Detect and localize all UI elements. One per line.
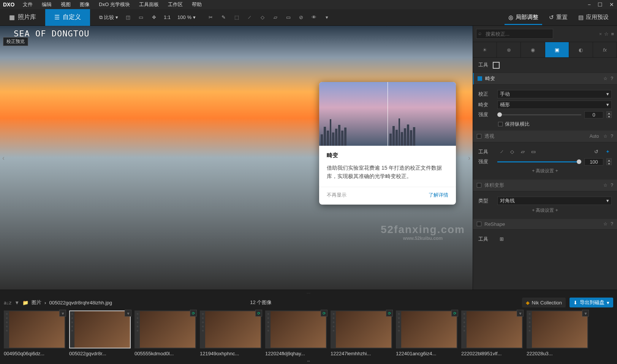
thumbnail-strip[interactable]: ★★★★★▿004950q06qi6dz...★★★★★▿005022gqvdr… xyxy=(0,309,617,358)
menu-workspace[interactable]: 工作区 xyxy=(164,0,187,9)
rtab-local[interactable]: ◐ xyxy=(569,42,593,57)
help-icon[interactable]: ? xyxy=(611,183,613,188)
search-input[interactable] xyxy=(476,29,553,39)
menu-image[interactable]: 图像 xyxy=(76,0,93,9)
eyedropper-icon[interactable]: ✎ xyxy=(218,11,230,24)
thumbnail[interactable]: ★★★★★▿222028u3... xyxy=(527,310,588,357)
intensity-value[interactable]: 0 xyxy=(584,111,603,118)
volume-toggle[interactable] xyxy=(477,183,481,188)
rtab-fx[interactable]: fx xyxy=(593,42,617,57)
star-icon[interactable]: ☆ xyxy=(603,76,608,81)
star-icon[interactable]: ☆ xyxy=(603,221,608,227)
persp-intensity-slider[interactable] xyxy=(497,161,581,162)
step-up-icon[interactable]: ▴ xyxy=(606,111,612,115)
menu-view[interactable]: 视图 xyxy=(57,0,74,9)
reset-button[interactable]: ↺ 重置 xyxy=(545,12,571,22)
thumbnail[interactable]: ★★★★★▿222022bl8951vlf... xyxy=(461,310,523,357)
fit-icon[interactable]: ▭ xyxy=(135,11,147,24)
rtab-light[interactable]: ☀ xyxy=(473,42,497,57)
export-button[interactable]: ⬇ 导出到磁盘 ▾ xyxy=(570,298,613,307)
local-adjustments-button[interactable]: ◎ 局部调整 xyxy=(505,9,542,25)
correction-select[interactable]: 手动▾ xyxy=(497,90,612,98)
volume-type-select[interactable]: 对角线▾ xyxy=(497,197,612,205)
persp-reset-icon[interactable]: ↺ xyxy=(592,148,600,156)
window-maximize-icon[interactable]: ☐ xyxy=(598,2,603,8)
volume-advanced[interactable]: + 高级设置 + xyxy=(478,207,612,214)
menu-icon[interactable]: ≡ xyxy=(611,31,614,37)
zoom-dropdown[interactable]: 100 % ▾ xyxy=(174,11,199,24)
reshape-grid-icon[interactable]: ⊞ xyxy=(497,235,506,243)
tooltip-learn-more[interactable]: 了解详情 xyxy=(429,192,448,199)
panel-perspective-header[interactable]: 透视 Auto ☆? xyxy=(473,131,617,142)
tab-library[interactable]: ▦ 照片库 xyxy=(0,9,45,26)
apply-preset-button[interactable]: ▤ 应用预设 xyxy=(574,12,612,22)
step-down-icon[interactable]: ▾ xyxy=(606,162,612,165)
move-icon[interactable]: ✥ xyxy=(148,11,160,24)
thumbnail[interactable]: ★★★★★⟳121949oxhphnc... xyxy=(200,310,261,357)
thumbnail[interactable]: ★★★★★▿005022gqvdr8r... xyxy=(69,310,131,357)
crop-tool-icon[interactable]: ✂ xyxy=(205,11,217,24)
zoom-11-button[interactable]: 1:1 xyxy=(161,11,174,24)
repair-icon[interactable]: ⊘ xyxy=(295,11,307,24)
rtab-color[interactable]: ⊗ xyxy=(497,42,521,57)
clear-search-icon[interactable]: × xyxy=(599,31,602,37)
persp-auto-icon[interactable]: ✦ xyxy=(603,148,612,156)
persp-tool-2[interactable]: ◇ xyxy=(508,148,516,156)
help-icon[interactable]: ? xyxy=(611,134,613,139)
perspective-1-icon[interactable]: ⟋ xyxy=(244,11,256,24)
rtab-geometry[interactable]: ▣ xyxy=(545,42,569,57)
help-icon[interactable]: ? xyxy=(611,221,613,227)
panel-distortion-header[interactable]: 畸变 ☆? xyxy=(473,73,617,85)
filmstrip-scrollbar[interactable]: •• xyxy=(0,358,617,364)
nik-collection-button[interactable]: ◆ Nik Collection xyxy=(522,298,566,307)
sort-icon[interactable]: a↓z xyxy=(4,300,11,306)
menu-file[interactable]: 文件 xyxy=(19,0,36,9)
window-minimize-icon[interactable]: − xyxy=(588,2,591,8)
help-icon[interactable]: ? xyxy=(611,76,613,81)
prev-image-button[interactable]: ‹ xyxy=(1,152,6,163)
next-image-button[interactable]: › xyxy=(467,152,472,163)
tooltip-dont-show[interactable]: 不再显示 xyxy=(327,192,346,199)
horizon-icon[interactable]: ⬚ xyxy=(231,11,243,24)
persp-intensity-value[interactable]: 100 xyxy=(584,158,603,165)
menu-help[interactable]: 帮助 xyxy=(188,0,206,9)
thumbnail[interactable]: ★★★★★⟳122247lemhhzhi... xyxy=(331,310,392,357)
thumbnail[interactable]: ★★★★★⟳005555kdmod0l... xyxy=(134,310,196,357)
perspective-2-icon[interactable]: ◇ xyxy=(256,11,269,24)
eye-icon[interactable]: 👁 xyxy=(308,11,320,24)
step-up-icon[interactable]: ▴ xyxy=(606,158,612,162)
persp-tool-4[interactable]: ▭ xyxy=(529,148,538,156)
reshape-toggle[interactable] xyxy=(477,222,481,226)
thumbnail[interactable]: ★★★★★▿004950q06qi6dz... xyxy=(4,310,65,357)
perspective-toggle[interactable] xyxy=(477,134,481,139)
filmstrip-resize-handle[interactable]: ⋯ xyxy=(0,290,617,296)
distortion-type-select[interactable]: 桶形▾ xyxy=(497,101,612,109)
compare-button[interactable]: ⧉ 比较 ▾ xyxy=(96,11,121,24)
panel-reshape-header[interactable]: ReShape ☆? xyxy=(473,219,617,230)
thumbnail[interactable]: ★★★★★⟳122401ancg6iz4... xyxy=(396,310,457,357)
tab-customize[interactable]: ☰ 自定义 xyxy=(45,9,90,26)
star-icon[interactable]: ☆ xyxy=(603,134,608,139)
star-icon[interactable]: ☆ xyxy=(604,31,609,37)
star-icon[interactable]: ☆ xyxy=(603,183,608,188)
perspective-4-icon[interactable]: ▭ xyxy=(282,11,294,24)
menu-edit[interactable]: 编辑 xyxy=(38,0,55,9)
persp-tool-1[interactable]: ⟋ xyxy=(497,148,506,156)
image-viewer[interactable]: SEA OF DONGTOU 校正预览 ‹ › 畸变 借助我们实验室 xyxy=(0,26,473,290)
window-close-icon[interactable]: ✕ xyxy=(609,2,614,8)
split-view-icon[interactable]: ◫ xyxy=(122,11,134,24)
rtab-detail[interactable]: ◉ xyxy=(521,42,545,57)
perspective-3-icon[interactable]: ▱ xyxy=(269,11,282,24)
persp-advanced[interactable]: + 高级设置 + xyxy=(478,168,612,174)
distortion-toggle[interactable] xyxy=(478,76,482,81)
intensity-slider[interactable] xyxy=(497,114,581,115)
persp-tool-3[interactable]: ▱ xyxy=(519,148,527,156)
dropdown-icon[interactable]: ▾ xyxy=(321,11,333,24)
step-down-icon[interactable]: ▾ xyxy=(606,115,612,118)
crop-icon[interactable] xyxy=(493,62,500,69)
menu-optics[interactable]: DxO 光学模块 xyxy=(95,0,134,9)
menu-tools[interactable]: 工具面板 xyxy=(135,0,163,9)
filter-icon[interactable]: ▼ xyxy=(14,300,19,306)
keep-ratio-checkbox[interactable] xyxy=(498,122,503,126)
folder-name[interactable]: 图片 xyxy=(32,299,41,306)
